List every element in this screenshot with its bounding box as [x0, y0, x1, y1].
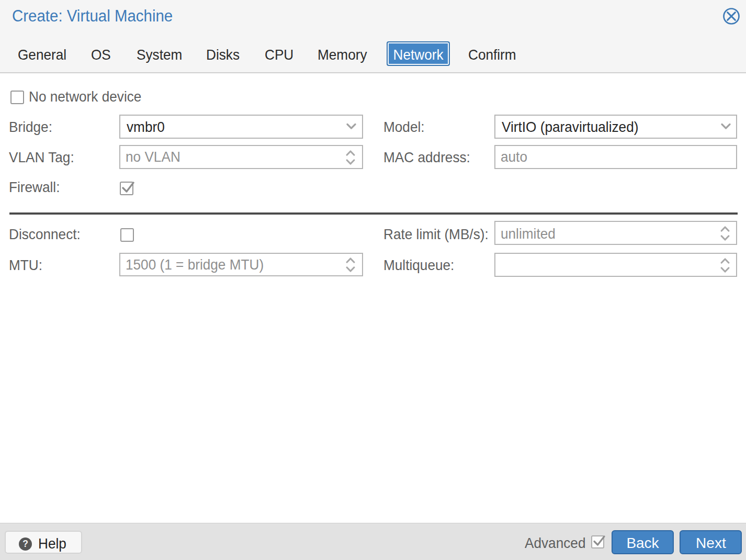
svg-text:?: ?	[22, 539, 28, 549]
